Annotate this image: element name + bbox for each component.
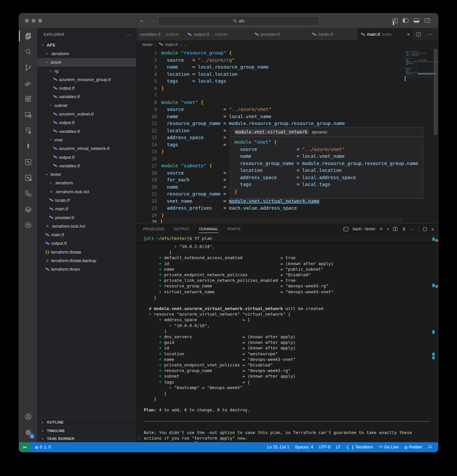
panel-tab-ports[interactable]: PORTS	[228, 224, 241, 234]
extensions-icon[interactable]	[19, 91, 37, 107]
terraform-extension-icon[interactable]	[19, 154, 37, 170]
code-editor[interactable]: 1234567891011121314151617181920212223242…	[137, 49, 438, 223]
maximize-panel-icon[interactable]	[423, 227, 427, 231]
sidebar-section-timeline[interactable]: ›TIMELINE	[37, 426, 136, 435]
tree-folder-tester[interactable]: ›tester	[37, 170, 136, 178]
line-number: 6	[137, 85, 157, 92]
editor-scrollbar[interactable]	[434, 49, 438, 135]
terminal-instance-label[interactable]: bash - tester	[353, 227, 375, 231]
source-control-icon[interactable]	[19, 60, 37, 75]
sidebar-more-actions-icon[interactable]: ···	[126, 32, 132, 37]
hierarchy-icon[interactable]	[19, 186, 37, 201]
tree-file-variables.tf[interactable]: variables.tf	[37, 127, 136, 135]
terraform-badge-icon[interactable]	[19, 170, 37, 186]
mongodb-icon[interactable]	[19, 138, 37, 154]
line-number: 22	[137, 198, 157, 205]
tree-folder-.terraform[interactable]: ›.terraform	[37, 179, 136, 187]
tree-file-azurerm_resource_group.tf[interactable]: azurerm_resource_group.tf	[37, 75, 136, 84]
minimap[interactable]: module "resource_group" { source = "../a…	[405, 51, 433, 77]
status-item-bell-icon[interactable]	[428, 445, 432, 450]
breadcrumb-symbol[interactable]: ...	[184, 42, 187, 47]
customize-layout-icon[interactable]	[392, 18, 398, 23]
search-icon[interactable]	[19, 44, 37, 60]
close-window-button[interactable]	[25, 19, 29, 23]
tree-file-terraform.tfstate.backup[interactable]: ≡terraform.tfstate.backup	[37, 256, 136, 265]
toggle-primary-sidebar-icon[interactable]	[403, 18, 408, 23]
tree-folder-.terraform[interactable]: ›.terraform	[37, 49, 136, 58]
tree-file-variables.tf[interactable]: variables.tf	[37, 161, 136, 170]
command-center-search[interactable]: afs	[158, 16, 319, 26]
editor-more-actions-icon[interactable]: ⋯	[427, 31, 432, 37]
editor-tab-locals.tf[interactable]: locals.tf	[309, 28, 358, 40]
editor-tab-output.tf[interactable]: output.tf.../subnet	[184, 28, 251, 40]
container-icon[interactable]	[19, 201, 37, 217]
toggle-secondary-sidebar-icon[interactable]	[424, 18, 430, 23]
tree-item-label: .terraform.lock.hcl	[55, 189, 89, 194]
terminal-output[interactable]: + "10.0.2.0/24", ] + default_outbound_ac…	[144, 244, 430, 442]
split-editor-icon[interactable]	[416, 32, 421, 36]
split-terminal-icon[interactable]	[393, 227, 398, 231]
tree-file-main.tf[interactable]: main.tf	[37, 231, 136, 239]
back-arrow-icon[interactable]: ←	[139, 17, 145, 24]
toggle-panel-icon[interactable]	[414, 18, 419, 23]
tree-file-.terraform.lock.hcl[interactable]: ≡.terraform.lock.hcl	[37, 222, 136, 230]
tree-file-variables.tf[interactable]: variables.tf	[37, 93, 136, 101]
panel-more-actions-icon[interactable]: ⋯	[410, 227, 415, 232]
status-item-terraform[interactable]: { }Terraform	[346, 445, 373, 450]
editor-tab-provider.tf[interactable]: provider.tf	[251, 28, 309, 40]
tree-file-locals.tf[interactable]: locals.tf	[37, 196, 136, 204]
panel-tab-terminal[interactable]: TERMINAL	[199, 224, 218, 234]
panel-tab-output[interactable]: OUTPUT	[174, 224, 189, 234]
remote-indicator[interactable]: ><	[19, 442, 30, 452]
explorer-icon[interactable]	[19, 28, 37, 44]
status-item-go-live[interactable]: Go Live	[379, 445, 399, 450]
account-icon[interactable]	[19, 409, 37, 424]
close-panel-icon[interactable]: ×	[431, 226, 434, 232]
tree-file-output.tf[interactable]: output.tf	[37, 118, 136, 127]
tree-folder-rg[interactable]: ›rg	[37, 67, 136, 75]
panel-tab-problems[interactable]: PROBLEMS	[143, 224, 164, 234]
breadcrumb-folder[interactable]: tester	[142, 42, 153, 47]
minimize-window-button[interactable]	[32, 19, 35, 23]
status-item-utf-8[interactable]: UTF-8	[319, 445, 330, 449]
tree-file-provider.tf[interactable]: provider.tf	[37, 213, 136, 222]
sidebar-section-task-runner[interactable]: ›TASK RUNNER	[37, 435, 136, 442]
editor-tab-variables.tf[interactable]: variables.tf.../subnet	[137, 28, 184, 40]
zoom-window-button[interactable]	[38, 19, 42, 23]
settings-gear-icon[interactable]: 1	[19, 424, 37, 440]
status-item-lf[interactable]: LF	[336, 445, 341, 449]
new-terminal-icon[interactable]: +	[380, 226, 382, 232]
status-item-spaces-4[interactable]: Spaces: 4	[295, 445, 313, 449]
breadcrumb-file[interactable]: main.tf	[165, 42, 178, 47]
problems-status[interactable]: ⊗ 0 ⚠ 0	[35, 445, 51, 450]
tree-file-output.tf[interactable]: output.tf	[37, 84, 136, 92]
tree-file-output.tf[interactable]: output.tf	[37, 153, 136, 161]
breadcrumb[interactable]: tester › main.tf › ...	[137, 40, 438, 49]
run-and-debug-icon[interactable]	[19, 75, 37, 91]
tree-file-terraform.tfvars[interactable]: terraform.tfvars	[37, 265, 136, 274]
editor-tab-main.tf[interactable]: main.tftester×	[358, 28, 413, 40]
tree-folder-vnet[interactable]: ›vnet	[37, 135, 136, 144]
command-decoration-icon[interactable]	[138, 437, 141, 440]
remote-explorer-icon[interactable]	[19, 107, 37, 123]
forward-arrow-icon[interactable]: →	[149, 17, 155, 24]
sidebar-section-outline[interactable]: ›OUTLINE	[37, 418, 136, 426]
tree-folder-azure[interactable]: ›azure	[37, 58, 136, 67]
tree-file-azurerm_virtual_network.tf[interactable]: azurerm_virtual_network.tf	[37, 144, 136, 153]
tree-folder-AFS[interactable]: ›AFS	[37, 41, 136, 49]
tree-file-output.tf[interactable]: output.tf	[37, 239, 136, 248]
tree-file-terraform.tfstate[interactable]: {}terraform.tfstate	[37, 248, 136, 256]
tree-file-main.tf[interactable]: main.tf	[37, 205, 136, 213]
tree-file-.terraform.lock.hcl[interactable]: ≡.terraform.lock.hcl	[37, 187, 136, 196]
close-tab-icon[interactable]: ×	[405, 32, 410, 37]
cpp-tools-icon[interactable]: C+	[19, 123, 37, 138]
tree-file-azurerm_subnet.tf[interactable]: azurerm_subnet.tf	[37, 110, 136, 118]
terminal-dropdown-icon[interactable]: ▾	[387, 227, 389, 231]
kill-terminal-icon[interactable]	[402, 227, 406, 231]
status-item-ln-25-col-1[interactable]: Ln 25, Col 1	[267, 445, 289, 449]
kubernetes-icon[interactable]	[19, 217, 37, 233]
tree-folder-subnet[interactable]: ›subnet	[37, 101, 136, 110]
traffic-lights	[25, 19, 42, 23]
tree-item-label: output.tf	[59, 120, 75, 125]
status-item-prettier[interactable]: ⊘Prettier	[404, 445, 422, 450]
